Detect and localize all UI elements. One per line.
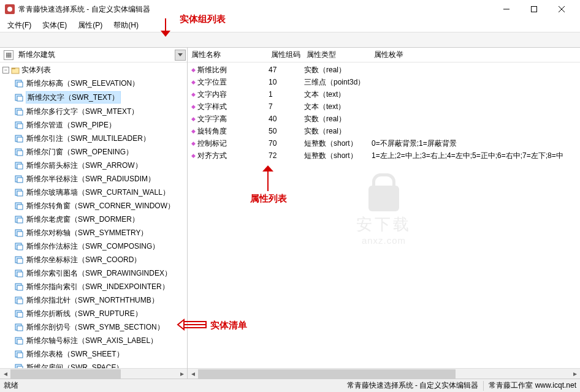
tree-item[interactable]: 斯维尔索引图名（SWR_DRAWINGINDEX） bbox=[13, 266, 187, 280]
tree-item[interactable]: 斯维尔房间（SWR_SPACE） bbox=[13, 361, 187, 368]
entity-icon bbox=[15, 323, 23, 331]
scroll-thumb[interactable] bbox=[198, 369, 456, 379]
scroll-left-icon[interactable]: ◂ bbox=[0, 369, 10, 379]
diamond-icon: ◆ bbox=[189, 76, 197, 88]
prop-name: 斯维比例 bbox=[197, 64, 269, 76]
diamond-icon: ◆ bbox=[189, 149, 197, 162]
tree-item[interactable]: 斯维尔作法标注（SWR_COMPOSING） bbox=[13, 239, 187, 253]
property-row[interactable]: ◆文字字高40实数（real） bbox=[189, 113, 580, 125]
menu-help[interactable]: 帮助(H) bbox=[109, 19, 143, 32]
tree-item-label: 斯维尔老虎窗（SWR_DORMER） bbox=[26, 214, 140, 225]
tree-item[interactable]: 斯维尔多行文字（SWR_MTEXT） bbox=[13, 105, 187, 118]
property-row[interactable]: ◆斯维比例47实数（real） bbox=[189, 64, 580, 76]
tree-item-label: 斯维尔标高（SWR_ELEVATION） bbox=[26, 78, 140, 89]
tree-item[interactable]: 斯维尔转角窗（SWR_CORNER_WINDOW） bbox=[13, 199, 187, 213]
scroll-right-icon[interactable]: ▸ bbox=[177, 369, 187, 379]
entity-icon bbox=[15, 161, 23, 170]
close-button[interactable] bbox=[548, 1, 575, 18]
entity-icon bbox=[15, 121, 23, 129]
tree-item-label: 斯维尔半径标注（SWR_RADIUSDIM） bbox=[26, 173, 156, 184]
tree-item-label: 斯维尔多行文字（SWR_MTEXT） bbox=[26, 106, 139, 117]
tree-item-label: 斯维尔引注（SWR_MULTILEADER） bbox=[26, 133, 151, 144]
tree-item-label: 斯维尔轴号标注（SWR_AXIS_LABEL） bbox=[26, 335, 158, 346]
entity-icon bbox=[15, 242, 23, 251]
tree-item[interactable]: 斯维尔管道（SWR_PIPE） bbox=[13, 118, 187, 132]
prop-type: 文本（text） bbox=[304, 88, 372, 100]
content: ▦ 斯维尔建筑 − 实体列表 斯维尔标高（SWR_ELEVATION）斯维尔文字… bbox=[0, 48, 580, 379]
tree-item-label: 斯维尔房间（SWR_SPACE） bbox=[26, 362, 124, 368]
svg-rect-22 bbox=[17, 164, 23, 169]
property-row[interactable]: ◆文字位置10三维点（point3d） bbox=[189, 76, 580, 88]
svg-rect-3 bbox=[531, 7, 536, 12]
tree-item[interactable]: 斯维尔标高（SWR_ELEVATION） bbox=[13, 77, 187, 90]
tree-item[interactable]: 斯维尔表格（SWR_SHEET） bbox=[13, 347, 187, 361]
tree-item[interactable]: 斯维尔半径标注（SWR_RADIUSDIM） bbox=[13, 172, 187, 186]
scroll-thumb[interactable] bbox=[10, 369, 121, 379]
tree-item[interactable]: 斯维尔指北针（SWR_NORTHTHUMB） bbox=[13, 293, 187, 307]
header-code[interactable]: 属性组码 bbox=[269, 48, 304, 61]
left-pane: ▦ 斯维尔建筑 − 实体列表 斯维尔标高（SWR_ELEVATION）斯维尔文字… bbox=[0, 48, 188, 379]
tree-root[interactable]: − 实体列表 bbox=[2, 64, 187, 77]
tree-item[interactable]: 斯维尔引注（SWR_MULTILEADER） bbox=[13, 132, 187, 145]
tree-item[interactable]: 斯维尔剖切号（SWR_SYMB_SECTION） bbox=[13, 320, 187, 334]
tree-item[interactable]: 斯维尔文字（SWR_TEXT） bbox=[13, 90, 187, 105]
titlebar: 常青藤快速选择系统 - 自定义实体编辑器 bbox=[0, 0, 580, 18]
tree-item[interactable]: 斯维尔对称轴（SWR_SYMMETRY） bbox=[13, 226, 187, 239]
menu-file[interactable]: 文件(F) bbox=[2, 19, 36, 32]
collapse-icon[interactable]: − bbox=[2, 67, 9, 74]
property-row[interactable]: ◆文字内容1文本（text） bbox=[189, 88, 580, 100]
svg-rect-44 bbox=[17, 312, 23, 317]
scroll-left-icon[interactable]: ◂ bbox=[188, 369, 198, 379]
property-row[interactable]: ◆对齐方式72短整数（short）1=左上;2=中上;3=右上;4=左中;5=正… bbox=[189, 149, 580, 162]
svg-rect-28 bbox=[17, 205, 23, 209]
entity-group-combo[interactable]: ▦ 斯维尔建筑 bbox=[0, 48, 187, 62]
tree-item-label: 斯维尔作法标注（SWR_COMPOSING） bbox=[26, 241, 160, 252]
entity-icon bbox=[15, 93, 23, 102]
prop-enum: 0=不屏蔽背景;1=屏蔽背景 bbox=[372, 137, 580, 149]
tree-item[interactable]: 斯维尔老虎窗（SWR_DORMER） bbox=[13, 213, 187, 226]
diamond-icon: ◆ bbox=[189, 113, 197, 125]
prop-type: 短整数（short） bbox=[304, 137, 372, 149]
svg-rect-12 bbox=[17, 96, 23, 101]
chevron-down-icon[interactable] bbox=[175, 50, 186, 61]
tree-item-label: 斯维尔表格（SWR_SHEET） bbox=[26, 349, 124, 360]
tree-item[interactable]: 斯维尔门窗（SWR_OPENING） bbox=[13, 145, 187, 159]
property-row[interactable]: ◆控制标记70短整数（short）0=不屏蔽背景;1=屏蔽背景 bbox=[189, 137, 580, 149]
tree-item-label: 斯维尔转角窗（SWR_CORNER_WINDOW） bbox=[26, 200, 175, 211]
folder-icon bbox=[11, 66, 20, 75]
maximize-button[interactable] bbox=[520, 1, 548, 18]
tree-item[interactable]: 斯维尔轴号标注（SWR_AXIS_LABEL） bbox=[13, 334, 187, 347]
prop-code: 10 bbox=[269, 76, 304, 88]
prop-enum: 1=左上;2=中上;3=右上;4=左中;5=正中;6=右中;7=左下;8=中 bbox=[372, 149, 580, 162]
header-enum[interactable]: 属性枚举 bbox=[372, 48, 580, 61]
entity-icon bbox=[15, 228, 23, 237]
prop-code: 72 bbox=[269, 149, 304, 162]
tree-item[interactable]: 斯维尔指向索引（SWR_INDEXPOINTER） bbox=[13, 280, 187, 293]
menu-property[interactable]: 属性(P) bbox=[73, 19, 107, 32]
entity-icon bbox=[15, 336, 23, 345]
menu-entity[interactable]: 实体(E) bbox=[37, 19, 72, 32]
svg-rect-46 bbox=[17, 326, 23, 331]
header-type[interactable]: 属性类型 bbox=[304, 48, 372, 61]
property-row[interactable]: ◆旋转角度50实数（real） bbox=[189, 125, 580, 137]
entity-icon bbox=[15, 215, 23, 224]
tree-item[interactable]: 斯维尔玻璃幕墙（SWR_CURTAIN_WALL） bbox=[13, 186, 187, 199]
h-scrollbar-left[interactable]: ◂ ▸ bbox=[0, 368, 187, 379]
prop-name: 旋转角度 bbox=[197, 125, 269, 137]
header-name[interactable]: 属性名称 bbox=[189, 48, 269, 61]
property-list[interactable]: ◆斯维比例47实数（real）◆文字位置10三维点（point3d）◆文字内容1… bbox=[188, 62, 580, 368]
svg-rect-18 bbox=[17, 137, 23, 142]
tree-item[interactable]: 斯维尔箭头标注（SWR_ARROW） bbox=[13, 159, 187, 172]
entity-tree[interactable]: − 实体列表 斯维尔标高（SWR_ELEVATION）斯维尔文字（SWR_TEX… bbox=[0, 62, 187, 368]
tree-item[interactable]: 斯维尔折断线（SWR_RUPTURE） bbox=[13, 307, 187, 320]
svg-rect-42 bbox=[17, 299, 23, 304]
combo-icon: ▦ bbox=[4, 50, 13, 60]
tree-item-label: 斯维尔箭头标注（SWR_ARROW） bbox=[26, 160, 143, 171]
tree-item[interactable]: 斯维尔坐标标注（SWR_COORD） bbox=[13, 253, 187, 266]
property-row[interactable]: ◆文字样式7文本（text） bbox=[189, 100, 580, 113]
h-scrollbar-right[interactable]: ◂ ▸ bbox=[188, 368, 580, 379]
minimize-button[interactable] bbox=[492, 1, 520, 18]
scroll-right-icon[interactable]: ▸ bbox=[570, 369, 580, 379]
status-right: 常青藤工作室 www.icqt.net bbox=[489, 380, 576, 391]
toolbar bbox=[0, 32, 580, 48]
